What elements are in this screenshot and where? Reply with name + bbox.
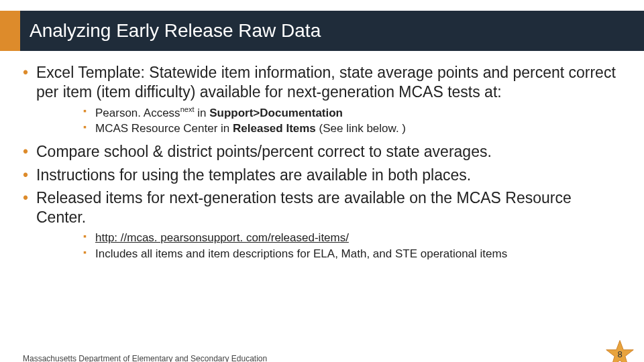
sub-1b: MCAS Resource Center in Released Items (…	[83, 121, 621, 137]
sub-1a-sup: next	[180, 105, 195, 113]
sublist-1: Pearson. Accessnext in Support>Documenta…	[83, 105, 621, 137]
sub-1b-suffix: (See link below. )	[316, 122, 406, 135]
sub-1a-bold: Support>Documentation	[209, 106, 343, 119]
sub-1a: Pearson. Accessnext in Support>Documenta…	[83, 105, 621, 121]
bullet-1-text: Excel Template: Statewide item informati…	[36, 64, 616, 101]
content-area: Excel Template: Statewide item informati…	[0, 51, 644, 261]
page-number: 8	[617, 349, 622, 359]
bullet-2: Compare school & district points/percent…	[23, 142, 621, 162]
sub-1b-prefix: MCAS Resource Center in	[95, 122, 233, 135]
sub-1a-mid: in	[195, 106, 210, 119]
title-background: Analyzing Early Release Raw Data	[20, 11, 644, 51]
slide: Analyzing Early Release Raw Data Excel T…	[0, 11, 644, 362]
sub-1a-prefix: Pearson. Access	[95, 106, 180, 119]
sub-4b: Includes all items and item descriptions…	[83, 246, 621, 262]
slide-title: Analyzing Early Release Raw Data	[30, 20, 321, 42]
sub-4a-link[interactable]: http: //mcas. pearsonsupport. com/releas…	[95, 231, 349, 244]
bullet-3: Instructions for using the templates are…	[23, 166, 621, 185]
sublist-4: http: //mcas. pearsonsupport. com/releas…	[83, 230, 621, 262]
sub-4a: http: //mcas. pearsonsupport. com/releas…	[83, 230, 621, 246]
title-bar: Analyzing Early Release Raw Data	[0, 11, 644, 51]
sub-1b-bold: Released Items	[233, 122, 316, 135]
bullet-1: Excel Template: Statewide item informati…	[23, 63, 621, 137]
sub-4b-text: Includes all items and item descriptions…	[95, 247, 507, 260]
page-marker: 8	[605, 339, 635, 362]
footer-text: Massachusetts Department of Elementary a…	[23, 354, 267, 362]
bullet-2-text: Compare school & district points/percent…	[36, 143, 492, 160]
main-list: Excel Template: Statewide item informati…	[23, 63, 621, 261]
bullet-3-text: Instructions for using the templates are…	[36, 166, 471, 184]
bullet-4-text: Released items for next-generation tests…	[36, 189, 572, 226]
title-accent	[0, 11, 20, 51]
bullet-4: Released items for next-generation tests…	[23, 188, 621, 261]
